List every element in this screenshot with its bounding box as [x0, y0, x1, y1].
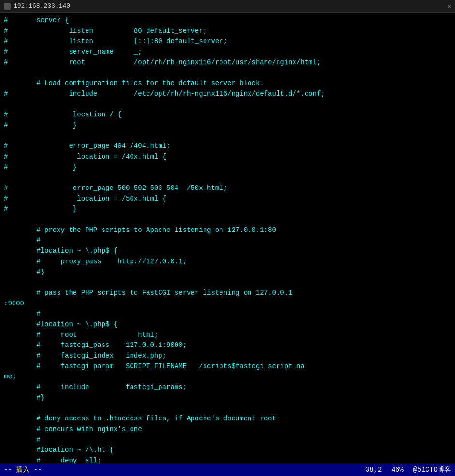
code-line: # error_page 500 502 503 504 /50x.html; — [0, 183, 455, 194]
code-line: # root html; — [0, 330, 455, 341]
code-line: # deny access to .htaccess files, if Apa… — [0, 414, 455, 424]
code-line: #} — [0, 393, 455, 404]
code-line: # include fastcgi_params; — [0, 382, 455, 393]
terminal-window: 192.168.233.140 ✕ # server { # listen 80… — [0, 0, 455, 476]
insert-mode-indicator: -- 插入 -- — [4, 465, 42, 474]
code-line: # Load configuration files for the defau… — [0, 78, 455, 89]
code-line — [0, 173, 455, 183]
code-line — [0, 403, 455, 414]
status-bar: -- 插入 -- 38,2 46% @51CTO博客 — [0, 463, 455, 476]
code-line: # location / { — [0, 110, 455, 120]
code-line: # proxy_pass http://127.0.0.1; — [0, 257, 455, 267]
cursor-position: 38,2 — [366, 466, 382, 474]
scroll-percent: 46% — [391, 466, 403, 474]
code-line: :9000 — [0, 299, 455, 309]
code-line: #} — [0, 267, 455, 278]
code-line: # error_page 404 /404.html; — [0, 141, 455, 152]
code-line: # location = /50x.html { — [0, 194, 455, 204]
code-line — [0, 277, 455, 288]
code-line: #location ~ \.php$ { — [0, 246, 455, 257]
code-line: # fastcgi_pass 127.0.0.1:9000; — [0, 340, 455, 351]
code-line: # — [0, 235, 455, 246]
code-line: # root /opt/rh/rh-nginx116/root/usr/shar… — [0, 58, 455, 68]
terminal-icon — [4, 3, 11, 10]
code-line: # — [0, 309, 455, 319]
close-button[interactable]: ✕ — [447, 2, 451, 10]
code-line: # include /etc/opt/rh/rh-nginx116/nginx/… — [0, 89, 455, 100]
code-line: # listen 80 default_server; — [0, 26, 455, 37]
code-line: # location = /40x.html { — [0, 152, 455, 162]
code-line: # concurs with nginx's one — [0, 424, 455, 435]
title-bar-address: 192.168.233.140 — [14, 2, 70, 10]
code-line: #location ~ \.php$ { — [0, 319, 455, 330]
code-line: #location ~ /\.ht { — [0, 445, 455, 456]
code-line: # listen [::]:80 default_server; — [0, 36, 455, 47]
code-line — [0, 215, 455, 225]
code-line: # } — [0, 204, 455, 215]
code-line: # server_name _; — [0, 47, 455, 58]
code-line: # pass the PHP scripts to FastCGI server… — [0, 288, 455, 299]
code-line: # deny all; — [0, 456, 455, 463]
title-bar-left: 192.168.233.140 — [4, 2, 70, 10]
code-line: # fastcgi_index index.php; — [0, 351, 455, 361]
code-line: # — [0, 435, 455, 446]
code-line: # proxy the PHP scripts to Apache listen… — [0, 225, 455, 236]
title-bar: 192.168.233.140 ✕ — [0, 0, 455, 13]
code-line: # } — [0, 120, 455, 131]
code-line — [0, 100, 455, 110]
code-line: # fastcgi_param SCRIPT_FILENAME /scripts… — [0, 361, 455, 372]
code-line: me; — [0, 372, 455, 382]
code-line: # server { — [0, 15, 455, 26]
code-line: # } — [0, 162, 455, 173]
watermark: @51CTO博客 — [413, 465, 451, 474]
status-right-group: 38,2 46% @51CTO博客 — [366, 465, 451, 474]
code-line — [0, 131, 455, 142]
code-line — [0, 68, 455, 78]
code-area: # server { # listen 80 default_server; #… — [0, 13, 455, 463]
